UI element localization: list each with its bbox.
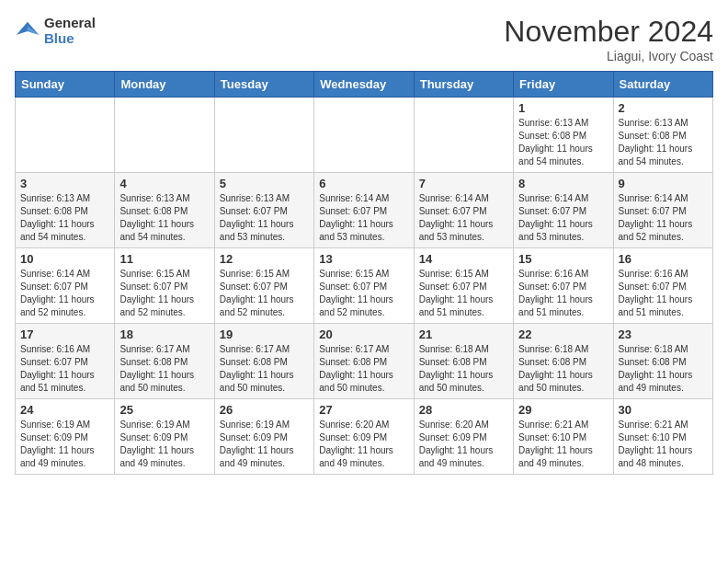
day-number: 11 (119, 252, 209, 266)
cell-info: Sunrise: 6:20 AMSunset: 6:09 PMDaylight:… (319, 419, 408, 470)
day-number: 14 (419, 252, 508, 266)
cell-info: Sunrise: 6:15 AMSunset: 6:07 PMDaylight:… (220, 268, 309, 319)
cell-info: Sunrise: 6:13 AMSunset: 6:08 PMDaylight:… (619, 117, 708, 168)
day-number: 6 (319, 177, 408, 190)
calendar-week-3: 10Sunrise: 6:14 AMSunset: 6:07 PMDayligh… (16, 248, 713, 324)
day-number: 7 (419, 177, 508, 190)
cell-info: Sunrise: 6:16 AMSunset: 6:07 PMDaylight:… (619, 268, 708, 319)
day-header-monday: Monday (115, 72, 214, 98)
day-number: 28 (419, 403, 508, 417)
calendar-week-5: 24Sunrise: 6:19 AMSunset: 6:09 PMDayligh… (16, 399, 713, 475)
location-subtitle: Liagui, Ivory Coast (504, 49, 713, 63)
day-header-sunday: Sunday (16, 72, 115, 98)
calendar-cell: 20Sunrise: 6:17 AMSunset: 6:08 PMDayligh… (314, 324, 414, 399)
calendar-cell (414, 98, 513, 173)
day-number: 9 (619, 177, 708, 190)
calendar-cell (16, 98, 115, 173)
month-title: November 2024 (504, 15, 713, 49)
day-header-thursday: Thursday (414, 72, 513, 98)
day-number: 26 (220, 403, 309, 417)
calendar-cell: 3Sunrise: 6:13 AMSunset: 6:08 PMDaylight… (16, 173, 115, 248)
cell-info: Sunrise: 6:15 AMSunset: 6:07 PMDaylight:… (319, 268, 408, 319)
day-header-saturday: Saturday (613, 72, 712, 98)
day-number: 4 (119, 177, 209, 190)
cell-info: Sunrise: 6:21 AMSunset: 6:10 PMDaylight:… (518, 419, 608, 470)
cell-info: Sunrise: 6:17 AMSunset: 6:08 PMDaylight:… (319, 343, 408, 395)
cell-info: Sunrise: 6:15 AMSunset: 6:07 PMDaylight:… (419, 268, 508, 319)
cell-info: Sunrise: 6:19 AMSunset: 6:09 PMDaylight:… (220, 419, 309, 470)
header-row: SundayMondayTuesdayWednesdayThursdayFrid… (16, 72, 713, 98)
cell-info: Sunrise: 6:19 AMSunset: 6:09 PMDaylight:… (20, 419, 109, 470)
day-header-friday: Friday (514, 72, 613, 98)
cell-info: Sunrise: 6:14 AMSunset: 6:07 PMDaylight:… (319, 192, 408, 244)
calendar-week-4: 17Sunrise: 6:16 AMSunset: 6:07 PMDayligh… (16, 324, 713, 399)
day-number: 16 (619, 252, 708, 266)
logo-text: General Blue (44, 15, 96, 46)
calendar-cell: 22Sunrise: 6:18 AMSunset: 6:08 PMDayligh… (514, 324, 613, 399)
day-number: 30 (619, 403, 708, 417)
calendar-cell: 6Sunrise: 6:14 AMSunset: 6:07 PMDaylight… (314, 173, 414, 248)
calendar-cell: 27Sunrise: 6:20 AMSunset: 6:09 PMDayligh… (314, 399, 414, 475)
calendar-cell: 24Sunrise: 6:19 AMSunset: 6:09 PMDayligh… (16, 399, 115, 475)
cell-info: Sunrise: 6:18 AMSunset: 6:08 PMDaylight:… (419, 343, 508, 395)
day-header-wednesday: Wednesday (314, 72, 414, 98)
day-number: 29 (518, 403, 608, 417)
calendar-cell: 19Sunrise: 6:17 AMSunset: 6:08 PMDayligh… (214, 324, 313, 399)
cell-info: Sunrise: 6:18 AMSunset: 6:08 PMDaylight:… (619, 343, 708, 395)
calendar-cell: 13Sunrise: 6:15 AMSunset: 6:07 PMDayligh… (314, 248, 414, 324)
calendar-cell: 23Sunrise: 6:18 AMSunset: 6:08 PMDayligh… (613, 324, 712, 399)
day-number: 23 (619, 327, 708, 341)
calendar-cell (314, 98, 414, 173)
calendar-cell: 12Sunrise: 6:15 AMSunset: 6:07 PMDayligh… (214, 248, 313, 324)
day-number: 19 (220, 327, 309, 341)
calendar-table: SundayMondayTuesdayWednesdayThursdayFrid… (15, 71, 713, 475)
calendar-cell: 15Sunrise: 6:16 AMSunset: 6:07 PMDayligh… (514, 248, 613, 324)
day-number: 22 (518, 327, 608, 341)
calendar-cell: 30Sunrise: 6:21 AMSunset: 6:10 PMDayligh… (613, 399, 712, 475)
day-number: 24 (20, 403, 109, 417)
day-number: 1 (518, 101, 608, 115)
day-number: 5 (220, 177, 309, 190)
calendar-cell (115, 98, 214, 173)
cell-info: Sunrise: 6:19 AMSunset: 6:09 PMDaylight:… (119, 419, 209, 470)
day-number: 27 (319, 403, 408, 417)
title-area: November 2024 Liagui, Ivory Coast (504, 15, 713, 63)
cell-info: Sunrise: 6:17 AMSunset: 6:08 PMDaylight:… (119, 343, 209, 395)
calendar-cell: 17Sunrise: 6:16 AMSunset: 6:07 PMDayligh… (16, 324, 115, 399)
calendar-cell: 8Sunrise: 6:14 AMSunset: 6:07 PMDaylight… (514, 173, 613, 248)
logo-icon (15, 17, 40, 43)
cell-info: Sunrise: 6:16 AMSunset: 6:07 PMDaylight:… (518, 268, 608, 319)
day-number: 20 (319, 327, 408, 341)
day-number: 13 (319, 252, 408, 266)
day-number: 2 (619, 101, 708, 115)
cell-info: Sunrise: 6:14 AMSunset: 6:07 PMDaylight:… (518, 192, 608, 244)
day-number: 17 (20, 327, 109, 341)
day-number: 21 (419, 327, 508, 341)
day-number: 10 (20, 252, 109, 266)
day-number: 12 (220, 252, 309, 266)
cell-info: Sunrise: 6:21 AMSunset: 6:10 PMDaylight:… (619, 419, 708, 470)
calendar-cell: 11Sunrise: 6:15 AMSunset: 6:07 PMDayligh… (115, 248, 214, 324)
cell-info: Sunrise: 6:20 AMSunset: 6:09 PMDaylight:… (419, 419, 508, 470)
calendar-week-2: 3Sunrise: 6:13 AMSunset: 6:08 PMDaylight… (16, 173, 713, 248)
logo: General Blue (15, 15, 96, 46)
calendar-cell: 7Sunrise: 6:14 AMSunset: 6:07 PMDaylight… (414, 173, 513, 248)
cell-info: Sunrise: 6:14 AMSunset: 6:07 PMDaylight:… (419, 192, 508, 244)
calendar-cell: 29Sunrise: 6:21 AMSunset: 6:10 PMDayligh… (514, 399, 613, 475)
cell-info: Sunrise: 6:18 AMSunset: 6:08 PMDaylight:… (518, 343, 608, 395)
cell-info: Sunrise: 6:13 AMSunset: 6:08 PMDaylight:… (20, 192, 109, 244)
calendar-cell: 1Sunrise: 6:13 AMSunset: 6:08 PMDaylight… (514, 98, 613, 173)
day-number: 15 (518, 252, 608, 266)
cell-info: Sunrise: 6:13 AMSunset: 6:08 PMDaylight:… (119, 192, 209, 244)
day-number: 3 (20, 177, 109, 190)
day-number: 8 (518, 177, 608, 190)
calendar-cell: 14Sunrise: 6:15 AMSunset: 6:07 PMDayligh… (414, 248, 513, 324)
cell-info: Sunrise: 6:13 AMSunset: 6:07 PMDaylight:… (220, 192, 309, 244)
calendar-cell: 2Sunrise: 6:13 AMSunset: 6:08 PMDaylight… (613, 98, 712, 173)
cell-info: Sunrise: 6:17 AMSunset: 6:08 PMDaylight:… (220, 343, 309, 395)
day-header-tuesday: Tuesday (214, 72, 313, 98)
calendar-cell: 16Sunrise: 6:16 AMSunset: 6:07 PMDayligh… (613, 248, 712, 324)
cell-info: Sunrise: 6:13 AMSunset: 6:08 PMDaylight:… (518, 117, 608, 168)
header: General Blue November 2024 Liagui, Ivory… (15, 15, 713, 63)
calendar-cell: 18Sunrise: 6:17 AMSunset: 6:08 PMDayligh… (115, 324, 214, 399)
